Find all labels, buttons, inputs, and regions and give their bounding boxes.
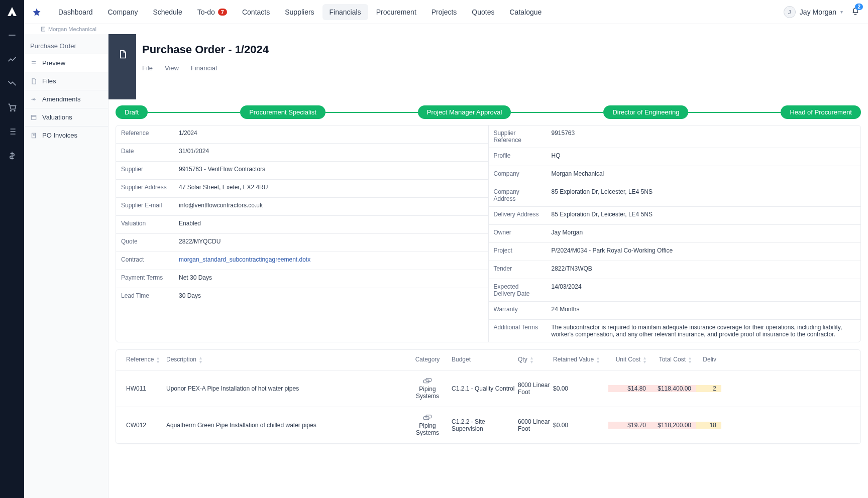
field-label: Supplier Address: [116, 180, 174, 197]
col-total-cost[interactable]: Total Cost▴▾: [651, 356, 696, 364]
field-value: Jay Morgan: [547, 225, 588, 242]
field-row: Supplier Address47 Solar Street, Exeter,…: [116, 180, 488, 198]
field-row: Supplier9915763 - VentFlow Contractors: [116, 162, 488, 180]
tab-view[interactable]: View: [165, 64, 179, 78]
col-retained[interactable]: Retained Value▴▾: [553, 356, 608, 364]
cell-cat: Piping Systems: [407, 378, 448, 400]
rail-item-list[interactable]: [0, 120, 24, 143]
left-rail: [0, 0, 24, 498]
document-icon-box: [108, 34, 136, 99]
category-icon: [423, 414, 432, 421]
table-row[interactable]: CW012Aquatherm Green Pipe Installation o…: [116, 407, 860, 444]
notification-badge: 2: [855, 4, 863, 10]
detail-fields: Reference1/2024Date31/01/2024Supplier991…: [116, 125, 861, 342]
sidepanel-label: PO Invoices: [42, 132, 77, 139]
stage-3[interactable]: Director of Engineering: [603, 105, 688, 119]
field-row: Supplier Reference9915763: [489, 126, 861, 148]
notification-bell[interactable]: 2: [851, 7, 860, 17]
field-row: Lead Time30 Days: [116, 288, 488, 306]
field-value: 31/01/2024: [174, 144, 214, 161]
tab-financial[interactable]: Financial: [191, 64, 217, 78]
field-label: Payment Terms: [116, 270, 174, 288]
nav-company[interactable]: Company: [101, 4, 145, 20]
nav-procurement[interactable]: Procurement: [369, 4, 423, 20]
field-value: 9915763 - VentFlow Contractors: [174, 162, 270, 179]
col-category: Category: [407, 356, 448, 364]
star-icon[interactable]: [32, 8, 41, 17]
nav-projects[interactable]: Projects: [424, 4, 464, 20]
field-value: Enabled: [174, 216, 206, 233]
stage-1[interactable]: Procurement Specialist: [240, 105, 325, 119]
rail-item-dollar[interactable]: [0, 145, 24, 167]
sort-icon: ▴▾: [689, 356, 691, 364]
sort-icon: ▴▾: [643, 356, 646, 364]
nav-quotes[interactable]: Quotes: [465, 4, 501, 20]
nav-to-do[interactable]: To-do7: [190, 4, 234, 20]
field-row: Delivery Address85 Exploration Dr, Leice…: [489, 207, 861, 225]
sort-icon: ▴▾: [199, 356, 202, 364]
nav-schedule[interactable]: Schedule: [146, 4, 189, 20]
col-unit-cost[interactable]: Unit Cost▴▾: [608, 356, 651, 364]
sidepanel-valuations[interactable]: Valuations: [24, 108, 108, 126]
stage-2[interactable]: Project Manager Approval: [418, 105, 511, 119]
sidepanel-label: Preview: [42, 59, 65, 67]
rail-item-cart[interactable]: [0, 96, 24, 118]
sidepanel-amendments[interactable]: Amendments: [24, 90, 108, 108]
tab-file[interactable]: File: [142, 64, 153, 78]
field-label: Supplier: [116, 162, 174, 179]
sidepanel-po-invoices[interactable]: PO Invoices: [24, 126, 108, 144]
sidepanel-title: Purchase Order: [24, 34, 108, 54]
sidepanel-label: Files: [42, 77, 56, 85]
sidepanel-preview[interactable]: Preview: [24, 54, 108, 72]
col-description[interactable]: Description▴▾: [166, 356, 407, 364]
stage-0[interactable]: Draft: [116, 105, 148, 119]
nav-catalogue[interactable]: Catalogue: [503, 4, 549, 20]
field-value: 47 Solar Street, Exeter, EX2 4RU: [174, 180, 273, 197]
field-label: Reference: [116, 126, 174, 143]
sidepanel-label: Valuations: [42, 113, 72, 121]
sort-icon: ▴▾: [157, 356, 159, 364]
field-label: Owner: [489, 225, 547, 242]
nav-contacts[interactable]: Contacts: [235, 4, 277, 20]
nav-suppliers[interactable]: Suppliers: [278, 4, 321, 20]
cell-cat: Piping Systems: [407, 414, 448, 436]
nav-financials[interactable]: Financials: [322, 4, 368, 20]
stage-4[interactable]: Head of Procurement: [781, 105, 861, 119]
app-logo[interactable]: [6, 6, 18, 18]
field-label: Quote: [116, 234, 174, 252]
field-value: HQ: [547, 148, 566, 166]
field-value[interactable]: morgan_standard_subcontractingagreement.…: [174, 252, 315, 270]
field-label: Contract: [116, 252, 174, 270]
col-reference[interactable]: Reference▴▾: [116, 356, 166, 364]
field-row: Tender2822/TN3WQB: [489, 261, 861, 279]
table-row[interactable]: HW011Uponor PEX-A Pipe Installation of h…: [116, 370, 860, 407]
breadcrumb[interactable]: Morgan Mechanical: [24, 24, 868, 34]
user-avatar: J: [784, 6, 796, 18]
sidepanel-files[interactable]: Files: [24, 72, 108, 90]
field-label: Warranty: [489, 302, 547, 319]
rail-item-1[interactable]: [0, 24, 24, 46]
nav-dashboard[interactable]: Dashboard: [51, 4, 100, 20]
workflow-stages: DraftProcurement SpecialistProject Manag…: [108, 99, 868, 125]
sort-icon: ▴▾: [597, 356, 599, 364]
field-row: Payment TermsNet 30 Days: [116, 270, 488, 288]
col-deliv[interactable]: Deliv: [696, 356, 721, 364]
rail-item-activity[interactable]: [0, 48, 24, 70]
stage-connector: [148, 112, 240, 113]
col-qty[interactable]: Qty▴▾: [518, 356, 553, 364]
field-label: Lead Time: [116, 288, 174, 306]
svg-rect-2: [42, 27, 45, 31]
stage-connector: [325, 112, 418, 113]
rail-item-down[interactable]: [0, 72, 24, 94]
field-row: Additional TermsThe subcontractor is req…: [489, 320, 861, 342]
field-value: info@ventflowcontractors.co.uk: [174, 198, 268, 215]
cell-deliv: 2: [696, 385, 721, 392]
cell-unit: $14.80: [608, 385, 651, 392]
field-row: Warranty24 Months: [489, 302, 861, 320]
field-label: Profile: [489, 148, 547, 166]
line-items-table: Reference▴▾ Description▴▾ Category Budge…: [116, 349, 861, 444]
field-row: Supplier E-mailinfo@ventflowcontractors.…: [116, 198, 488, 216]
user-menu[interactable]: J Jay Morgan ▾: [784, 6, 843, 18]
cell-deliv: 18: [696, 422, 721, 429]
field-label: Additional Terms: [489, 320, 547, 335]
